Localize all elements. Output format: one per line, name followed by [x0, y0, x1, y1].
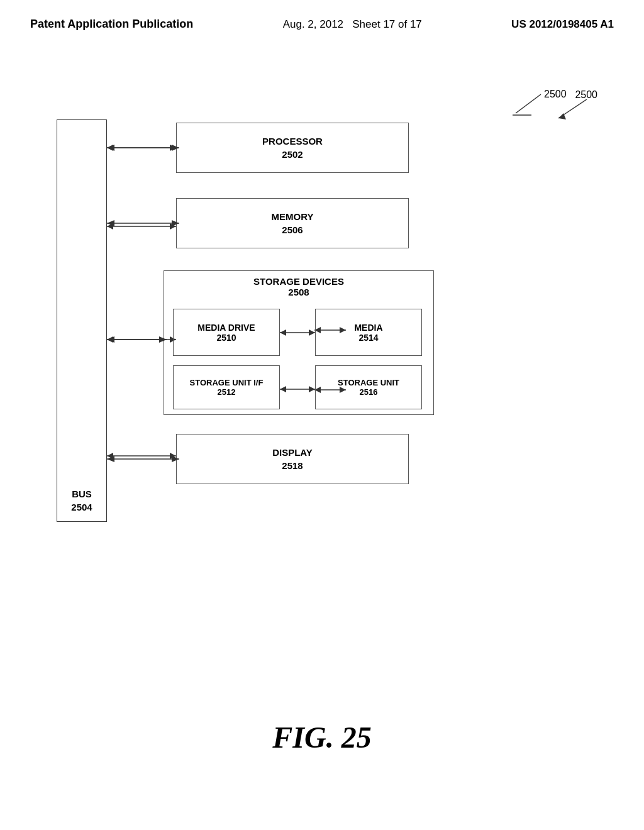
- media-label: MEDIA: [354, 323, 382, 333]
- media-arrow: [280, 326, 315, 339]
- display-box: DISPLAY 2518: [176, 434, 409, 484]
- memory-box: MEMORY 2506: [176, 198, 409, 248]
- storage-unit-label: STORAGE UNIT: [338, 378, 399, 387]
- svg-marker-29: [172, 145, 179, 151]
- diagram-area: 2500 BUS 2504: [38, 88, 604, 578]
- media-box: MEDIA 2514: [315, 309, 422, 356]
- storage-devices-box: STORAGE DEVICES 2508 MEDIA DRIVE 2510 ME…: [164, 270, 434, 415]
- display-arrow: [107, 453, 179, 465]
- media-number: 2514: [358, 333, 378, 343]
- svg-marker-22: [280, 329, 286, 336]
- svg-marker-34: [107, 336, 114, 343]
- publication-date: Aug. 2, 2012: [283, 18, 343, 30]
- sheet-info: Sheet 17 of 17: [352, 18, 422, 30]
- svg-marker-37: [107, 456, 114, 462]
- processor-arrow: [107, 141, 179, 154]
- svg-marker-31: [107, 220, 114, 226]
- figure-label: FIG. 25: [0, 720, 644, 755]
- storage-unit-box: STORAGE UNIT 2516: [315, 365, 422, 409]
- svg-marker-38: [172, 456, 179, 462]
- memory-arrow: [107, 217, 179, 230]
- system-bracket-arrow: [552, 99, 596, 121]
- storage-unit-arrow: [280, 383, 315, 396]
- svg-marker-25: [280, 386, 286, 392]
- display-number: 2518: [282, 459, 303, 472]
- publication-title: Patent Application Publication: [30, 18, 193, 31]
- storage-devices-label: STORAGE DEVICES 2508: [164, 276, 433, 297]
- media-drive-number: 2510: [216, 333, 236, 343]
- media-drive-label: MEDIA DRIVE: [197, 323, 255, 333]
- svg-marker-35: [159, 336, 167, 343]
- svg-marker-28: [107, 145, 114, 151]
- storage-unit-if-number: 2512: [218, 387, 236, 397]
- svg-marker-23: [309, 329, 315, 336]
- processor-box: PROCESSOR 2502: [176, 123, 409, 173]
- header-center: Aug. 2, 2012 Sheet 17 of 17: [283, 18, 422, 31]
- memory-number: 2506: [282, 223, 303, 236]
- svg-marker-32: [172, 220, 179, 226]
- patent-number: US 2012/0198405 A1: [511, 18, 614, 31]
- memory-label: MEMORY: [272, 210, 314, 223]
- storage-arrow: [107, 333, 167, 346]
- svg-text:2500: 2500: [544, 89, 567, 99]
- storage-unit-number: 2516: [360, 387, 378, 397]
- bus-box: BUS 2504: [57, 119, 107, 522]
- storage-unit-if-box: STORAGE UNIT I/F 2512: [173, 365, 280, 409]
- bus-label: BUS 2504: [71, 487, 92, 514]
- storage-unit-if-label: STORAGE UNIT I/F: [190, 378, 264, 387]
- display-label: DISPLAY: [272, 446, 313, 459]
- processor-number: 2502: [282, 148, 303, 161]
- page-header: Patent Application Publication Aug. 2, 2…: [0, 0, 644, 31]
- media-drive-box: MEDIA DRIVE 2510: [173, 309, 280, 356]
- processor-label: PROCESSOR: [262, 135, 323, 148]
- svg-line-0: [516, 94, 541, 113]
- svg-marker-26: [309, 386, 315, 392]
